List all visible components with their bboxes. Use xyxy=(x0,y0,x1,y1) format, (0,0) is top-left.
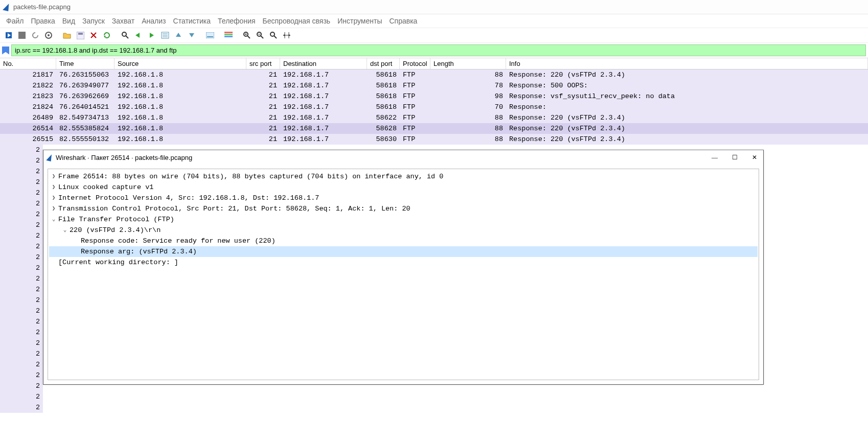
tree-node[interactable]: ❯Transmission Control Protocol, Src Port… xyxy=(49,203,758,214)
filter-bookmark-icon[interactable] xyxy=(2,46,9,55)
tree-node[interactable]: ❯Frame 26514: 88 bytes on wire (704 bits… xyxy=(49,171,758,182)
column-no[interactable]: No. xyxy=(0,58,56,69)
column-info[interactable]: Info xyxy=(506,58,868,69)
packet-row-partial[interactable]: 2 xyxy=(0,327,43,338)
packet-row-partial[interactable]: 2 xyxy=(0,402,43,413)
goto-packet-icon[interactable] xyxy=(159,30,171,41)
packet-row-partial[interactable]: 2 xyxy=(0,370,43,381)
packet-row-partial[interactable]: 2 xyxy=(0,188,43,198)
save-file-icon[interactable] xyxy=(75,30,86,41)
restart-capture-icon[interactable] xyxy=(30,30,41,41)
menu-view[interactable]: Вид xyxy=(62,17,75,25)
display-filter-input[interactable] xyxy=(11,44,866,56)
packet-row-partial[interactable]: 2 xyxy=(0,316,43,327)
tree-node[interactable]: ❯Internet Protocol Version 4, Src: 192.1… xyxy=(49,193,758,203)
minimize-button[interactable]: — xyxy=(712,154,718,161)
packet-row[interactable]: 2182476.264014521192.168.1.821192.168.1.… xyxy=(0,102,868,112)
menu-statistics[interactable]: Статистика xyxy=(173,17,211,25)
menu-capture[interactable]: Захват xyxy=(112,17,134,25)
menu-analyze[interactable]: Анализ xyxy=(142,17,166,25)
menu-wireless[interactable]: Беспроводная связь xyxy=(263,17,331,25)
packet-row[interactable]: 2648982.549734713192.168.1.821192.168.1.… xyxy=(0,112,868,123)
packet-window-titlebar[interactable]: Wireshark · Пакет 26514 · packets-file.p… xyxy=(43,150,763,165)
zoom-out-icon[interactable] xyxy=(255,30,266,41)
close-file-icon[interactable] xyxy=(88,30,99,41)
packet-row-partial[interactable]: 2 xyxy=(0,295,43,306)
go-back-icon[interactable] xyxy=(133,30,144,41)
column-time[interactable]: Time xyxy=(56,58,115,69)
stop-capture-icon[interactable] xyxy=(16,30,28,41)
goto-first-icon[interactable] xyxy=(173,30,184,41)
column-length[interactable]: Length xyxy=(430,58,506,69)
packet-row[interactable]: 2651582.555550132192.168.1.821192.168.1.… xyxy=(0,134,868,145)
menu-file[interactable]: Файл xyxy=(6,17,24,25)
packet-row-partial[interactable]: 2 xyxy=(0,177,43,188)
menu-go[interactable]: Запуск xyxy=(82,17,105,25)
cell: 21823 xyxy=(0,91,56,102)
find-packet-icon[interactable] xyxy=(120,30,131,41)
packet-row-partial[interactable]: 2 xyxy=(0,348,43,359)
resize-columns-icon[interactable] xyxy=(281,30,292,41)
zoom-in-icon[interactable] xyxy=(241,30,253,41)
open-file-icon[interactable] xyxy=(61,30,73,41)
go-forward-icon[interactable] xyxy=(146,30,157,41)
expand-icon[interactable]: ❯ xyxy=(49,171,58,182)
packet-row-partial[interactable]: 2 xyxy=(0,391,43,402)
main-toolbar xyxy=(0,28,868,43)
packet-row-partial[interactable]: 2 xyxy=(0,273,43,284)
packet-row-partial[interactable]: 2 xyxy=(0,306,43,316)
cell: 21 xyxy=(246,112,280,123)
expand-icon[interactable]: ❯ xyxy=(49,193,58,203)
packet-row-partial[interactable]: 2 xyxy=(0,155,43,166)
cell: FTP xyxy=(400,134,430,145)
packet-list[interactable]: 2181776.263155063192.168.1.821192.168.1.… xyxy=(0,69,868,145)
packet-row-partial[interactable]: 2 xyxy=(0,241,43,252)
tree-node[interactable]: ⌄220 (vsFTPd 2.3.4)\r\n xyxy=(49,225,758,236)
tree-node[interactable]: ❯Linux cooked capture v1 xyxy=(49,182,758,193)
reload-icon[interactable] xyxy=(101,30,112,41)
maximize-button[interactable]: ☐ xyxy=(732,154,738,161)
expand-icon[interactable]: ❯ xyxy=(49,203,58,214)
column-source[interactable]: Source xyxy=(115,58,246,69)
packet-row-partial[interactable]: 2 xyxy=(0,263,43,273)
column-srcport[interactable]: src port xyxy=(246,58,280,69)
packet-row[interactable]: 2182376.263962669192.168.1.821192.168.1.… xyxy=(0,91,868,102)
packet-row-partial[interactable]: 2 xyxy=(0,381,43,391)
cell: 88 xyxy=(430,112,506,123)
column-protocol[interactable]: Protocol xyxy=(400,58,430,69)
close-button[interactable]: ✕ xyxy=(752,154,757,161)
goto-last-icon[interactable] xyxy=(186,30,197,41)
packet-row-partial[interactable]: 2 xyxy=(0,359,43,370)
menu-edit[interactable]: Правка xyxy=(31,17,55,25)
packet-row[interactable]: 2182276.263949077192.168.1.821192.168.1.… xyxy=(0,80,868,91)
collapse-icon[interactable]: ⌄ xyxy=(49,214,58,225)
packet-row-partial[interactable]: 2 xyxy=(0,252,43,263)
tree-node[interactable]: ⌄File Transfer Protocol (FTP) xyxy=(49,214,758,225)
packet-row-partial[interactable]: 2 xyxy=(0,220,43,230)
tree-node[interactable]: [Current working directory: ] xyxy=(49,257,758,268)
expand-icon[interactable]: ❯ xyxy=(49,182,58,193)
column-dstport[interactable]: dst port xyxy=(367,58,400,69)
capture-options-icon[interactable] xyxy=(43,30,54,41)
packet-row-partial[interactable]: 2 xyxy=(0,209,43,220)
packet-row-partial[interactable]: 2 xyxy=(0,166,43,177)
packet-row-partial[interactable]: 2 xyxy=(0,230,43,241)
menu-help[interactable]: Справка xyxy=(389,17,417,25)
tree-node[interactable]: Response arg: (vsFTPd 2.3.4) xyxy=(49,246,758,257)
tree-node[interactable]: Response code: Service ready for new use… xyxy=(49,236,758,246)
menu-telephony[interactable]: Телефония xyxy=(218,17,255,25)
packet-row-partial[interactable]: 2 xyxy=(0,338,43,348)
collapse-icon[interactable]: ⌄ xyxy=(49,225,70,236)
packet-tree[interactable]: ❯Frame 26514: 88 bytes on wire (704 bits… xyxy=(48,169,759,380)
packet-row-partial[interactable]: 2 xyxy=(0,198,43,209)
packet-row-partial[interactable]: 2 xyxy=(0,145,43,155)
colorize-icon[interactable] xyxy=(223,30,234,41)
packet-row[interactable]: 2651482.555385824192.168.1.821192.168.1.… xyxy=(0,123,868,134)
packet-row[interactable]: 2181776.263155063192.168.1.821192.168.1.… xyxy=(0,69,868,80)
column-destination[interactable]: Destination xyxy=(280,58,367,69)
zoom-reset-icon[interactable] xyxy=(268,30,279,41)
packet-row-partial[interactable]: 2 xyxy=(0,284,43,295)
start-capture-icon[interactable] xyxy=(3,30,14,41)
menu-tools[interactable]: Инструменты xyxy=(337,17,382,25)
autoscroll-icon[interactable] xyxy=(204,30,216,41)
